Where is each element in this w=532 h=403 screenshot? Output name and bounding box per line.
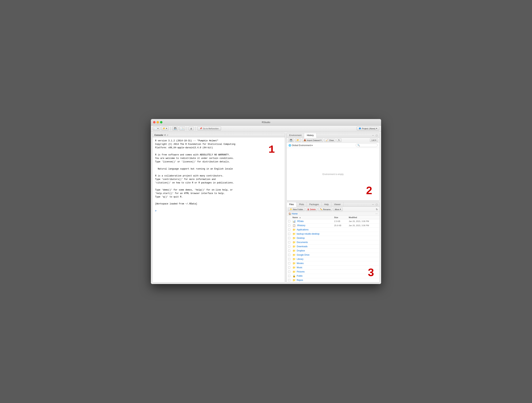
new-file-icon: 📄 — [154, 127, 157, 130]
more-button[interactable]: More ▾ — [333, 208, 343, 211]
file-checkbox[interactable] — [288, 266, 290, 269]
file-checkbox[interactable] — [288, 220, 290, 222]
folder-library[interactable]: 📁 Library — [292, 258, 334, 260]
new-folder-button[interactable]: 📁 New Folder — [288, 208, 305, 211]
folder-applications[interactable]: 📁 Applications — [292, 228, 334, 231]
home-link[interactable]: 🏠 Home — [288, 213, 298, 215]
file-checkbox[interactable] — [288, 224, 290, 227]
env-load-button[interactable]: 📂 — [295, 138, 301, 142]
console-prompt: > — [155, 210, 156, 212]
sort-arrow: ▲ — [299, 216, 301, 219]
file-checkbox[interactable] — [288, 241, 290, 243]
folder-backup[interactable]: 📁 backup-rstudio-desktop — [292, 232, 334, 235]
delete-button[interactable]: 🗑 Delete — [306, 208, 317, 211]
refresh-env-button[interactable]: ↻ — [336, 138, 342, 142]
folder-repos[interactable]: 📁 Repos — [292, 279, 334, 282]
tab-plots[interactable]: Plots — [297, 202, 307, 207]
project-button[interactable]: 🔷 Project: (None) ▾ — [357, 127, 379, 130]
minimize-files-button[interactable]: − — [371, 202, 374, 207]
env-toolbar: 💾 📂 📥 Import Dataset ▾ 🧹 Clear — [287, 138, 380, 143]
folder-icon: 📁 — [292, 241, 296, 244]
header-size-col[interactable]: Size — [334, 216, 349, 219]
file-row: 📊 .RData 2.5 KB Jan 26, 2015, 3:06 PM — [287, 219, 380, 223]
maximize-panel-button[interactable]: □ — [375, 133, 378, 137]
env-save-button[interactable]: 💾 — [288, 138, 294, 142]
folder-open-icon: 📂 — [297, 139, 299, 141]
console-line-6: Type 'license()' or 'licence()' for dist… — [155, 160, 282, 164]
maximize-button[interactable] — [160, 121, 162, 124]
disk-icon: 💾 — [290, 139, 292, 141]
minimize-button[interactable] — [157, 121, 159, 124]
console-line-1: R version 3.1.2 (2014-10-31) -- "Pumpkin… — [155, 139, 282, 143]
folder-dropbox[interactable]: 📁 Dropbox — [292, 249, 334, 252]
import-dataset-button[interactable]: 📥 Import Dataset ▾ — [302, 138, 323, 142]
share-icon[interactable]: ↗ — [167, 134, 168, 136]
rhistory-icon: 📋 — [292, 224, 296, 227]
new-file-button[interactable]: 📄▾ — [153, 127, 160, 130]
header-modified-col[interactable]: Modified — [349, 216, 378, 219]
folder-movies[interactable]: 📁 Movies — [292, 262, 334, 265]
folder-desktop[interactable]: 📁 Desktop — [292, 237, 334, 240]
file-checkbox[interactable] — [288, 228, 290, 231]
breadcrumb-more[interactable]: ⋯ — [375, 213, 378, 215]
file-checkbox[interactable] — [288, 254, 290, 256]
folder-downloads[interactable]: 📁 Downloads — [292, 245, 334, 248]
file-checkbox[interactable] — [288, 258, 290, 260]
import-chevron: ▾ — [320, 139, 322, 141]
folder-documents[interactable]: 📁 Documents — [292, 241, 334, 244]
rename-button[interactable]: ✏️ Rename — [318, 208, 332, 211]
console-line-4: R is free software and comes with ABSOLU… — [155, 153, 282, 157]
tab-history[interactable]: History — [304, 133, 316, 138]
file-rdata[interactable]: 📊 .RData — [292, 220, 334, 223]
folder-icon: 📁 — [292, 262, 296, 265]
right-panel: Environment History − □ 💾 📂 — [286, 133, 380, 282]
folder-icon: 📁 — [292, 270, 296, 273]
files-list: 📊 .RData 2.5 KB Jan 26, 2015, 3:06 PM 📋 … — [287, 219, 380, 282]
tab-environment[interactable]: Environment — [287, 133, 304, 137]
tab-help[interactable]: Help — [322, 202, 332, 207]
file-row: 📁 Downloads — [287, 244, 380, 249]
file-checkbox[interactable] — [288, 237, 290, 239]
env-search-box[interactable]: 🔍 — [356, 143, 378, 147]
goto-file-button[interactable]: 📌 Go to file/function — [197, 127, 221, 130]
folder-google-drive[interactable]: 📁 Google Drive — [292, 254, 334, 256]
file-checkbox[interactable] — [288, 275, 290, 277]
folder-music[interactable]: 📁 Music — [292, 266, 334, 269]
tab-files[interactable]: Files — [287, 202, 297, 207]
close-button[interactable] — [153, 121, 155, 124]
file-checkbox[interactable] — [288, 271, 290, 273]
tab-packages[interactable]: Packages — [307, 202, 322, 207]
global-env-select[interactable]: 🌐 Global Environment ▾ — [288, 144, 313, 147]
file-checkbox[interactable] — [288, 250, 290, 252]
file-rhistory[interactable]: 📋 .Rhistory — [292, 224, 334, 227]
minimize-panel-button[interactable]: − — [371, 133, 374, 137]
file-checkbox[interactable] — [288, 279, 290, 281]
maximize-files-button[interactable]: □ — [375, 202, 378, 207]
file-checkbox[interactable] — [288, 262, 290, 264]
file-checkbox[interactable] — [288, 245, 290, 247]
goto-icon: 📌 — [200, 127, 202, 130]
print-button[interactable]: 🖨 — [189, 127, 194, 130]
list-view-button[interactable]: List ▾ — [370, 138, 378, 142]
folder-icon: 📁 — [292, 245, 296, 248]
folder-public[interactable]: 🔒 Public — [292, 274, 334, 277]
tab-viewer[interactable]: Viewer — [331, 202, 343, 207]
breadcrumb: 🏠 Home ⋯ — [287, 212, 380, 216]
open-file-button[interactable]: 📂▾ — [161, 127, 169, 130]
save-all-icon: 📑 — [181, 127, 184, 130]
rhistory-size: 25.6 KB — [334, 224, 349, 227]
console-line-12: 'help.start()' for an HTML browser inter… — [155, 192, 282, 195]
project-icon: 🔷 — [359, 127, 361, 130]
header-name-col[interactable]: Name ▲ — [292, 216, 334, 219]
folder-pictures[interactable]: 📁 Pictures — [292, 270, 334, 273]
big-number-1: 1 — [268, 141, 275, 159]
save-all-button[interactable]: 📑 — [179, 127, 185, 130]
list-chevron: ▾ — [375, 139, 376, 141]
save-button[interactable]: 💾 — [172, 127, 178, 130]
big-number-2: 2 — [366, 184, 372, 197]
header-checkbox-col — [288, 216, 292, 219]
file-checkbox[interactable] — [288, 233, 290, 235]
refresh-files-button[interactable]: ↻ — [376, 208, 378, 211]
console-body[interactable]: 1 R version 3.1.2 (2014-10-31) -- "Pumpk… — [152, 137, 285, 282]
clear-env-button[interactable]: 🧹 Clear — [324, 138, 336, 142]
